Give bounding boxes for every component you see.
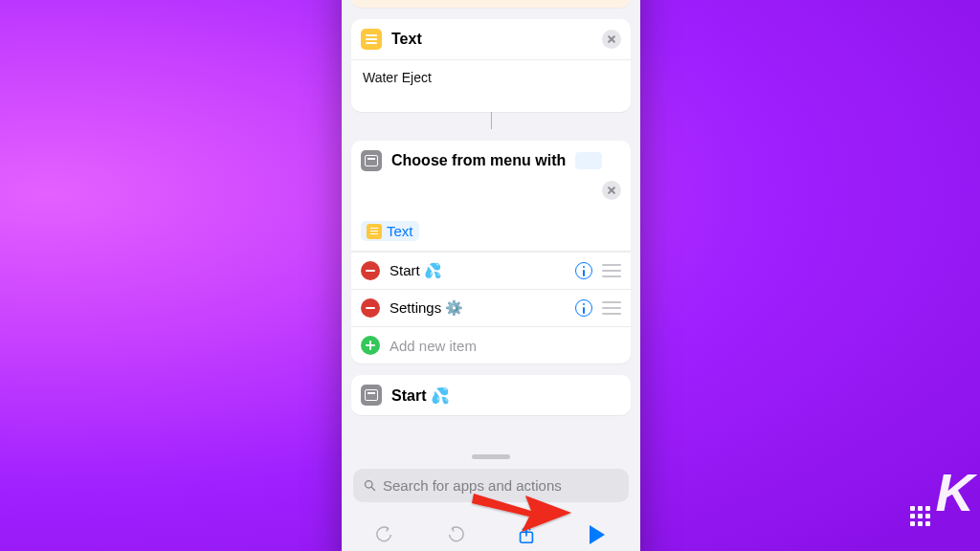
menu-item-row[interactable]: Settings ⚙️ <box>351 289 631 326</box>
info-icon[interactable] <box>575 262 592 279</box>
text-icon <box>367 224 382 239</box>
svg-line-1 <box>371 487 374 490</box>
play-icon <box>590 525 605 544</box>
remove-text-action-button[interactable] <box>602 30 621 49</box>
action-search-field[interactable]: Search for apps and actions <box>353 469 629 502</box>
text-icon <box>361 29 382 50</box>
add-item-placeholder: Add new item <box>390 338 621 354</box>
watermark-letter: K <box>936 461 972 523</box>
remove-item-button[interactable] <box>361 298 380 318</box>
shortcut-editor-scroll[interactable]: RoutineHub.co Editon. Text Water Eject C… <box>342 0 640 447</box>
drag-handle-icon[interactable] <box>602 264 621 277</box>
menu-case-start-card[interactable]: Start 💦 <box>351 375 631 415</box>
search-placeholder: Search for apps and actions <box>383 477 562 494</box>
menu-icon <box>361 385 382 406</box>
comment-action-card[interactable]: RoutineHub.co Editon. <box>351 0 631 8</box>
undo-icon <box>374 524 395 545</box>
text-action-header: Text <box>351 19 631 60</box>
watermark-dots-icon <box>910 506 930 526</box>
choose-from-menu-header: Choose from menu with Text <box>351 141 631 252</box>
drag-handle-icon[interactable] <box>602 301 621 315</box>
remove-item-button[interactable] <box>361 261 380 280</box>
choose-from-menu-card[interactable]: Choose from menu with Text Start 💦 Setti… <box>351 141 631 364</box>
flow-connector <box>491 112 492 129</box>
menu-icon <box>361 150 382 171</box>
phone-frame: RoutineHub.co Editon. Text Water Eject C… <box>342 0 640 551</box>
text-action-card[interactable]: Text Water Eject <box>351 19 631 112</box>
menu-item-label[interactable]: Start 💦 <box>390 262 566 279</box>
sheet-grabber[interactable] <box>472 454 510 459</box>
run-button[interactable] <box>580 525 614 544</box>
menu-prompt-token[interactable] <box>575 152 602 169</box>
bottom-panel: Search for apps and actions <box>342 447 640 551</box>
menu-item-label[interactable]: Settings ⚙️ <box>390 299 566 317</box>
choose-from-menu-title: Choose from menu with <box>391 152 566 169</box>
add-item-button[interactable] <box>361 336 380 355</box>
case-header: Start 💦 <box>351 375 631 415</box>
token-label: Text <box>387 223 413 239</box>
editor-toolbar <box>342 508 640 551</box>
info-icon[interactable] <box>575 299 592 317</box>
menu-item-row[interactable]: Start 💦 <box>351 252 631 289</box>
redo-icon <box>445 524 466 545</box>
svg-point-0 <box>366 481 373 489</box>
menu-source-token[interactable]: Text <box>361 221 419 241</box>
redo-button[interactable] <box>438 524 473 545</box>
text-action-body[interactable]: Water Eject <box>351 60 631 112</box>
remove-menu-action-button[interactable] <box>602 181 621 200</box>
share-icon <box>516 524 537 545</box>
share-button[interactable] <box>509 524 544 545</box>
search-icon <box>363 478 377 493</box>
add-menu-item-row[interactable]: Add new item <box>351 326 631 364</box>
text-action-title: Text <box>391 31 422 48</box>
undo-button[interactable] <box>368 524 402 545</box>
case-label: Start 💦 <box>391 386 450 405</box>
watermark: K <box>910 461 972 543</box>
